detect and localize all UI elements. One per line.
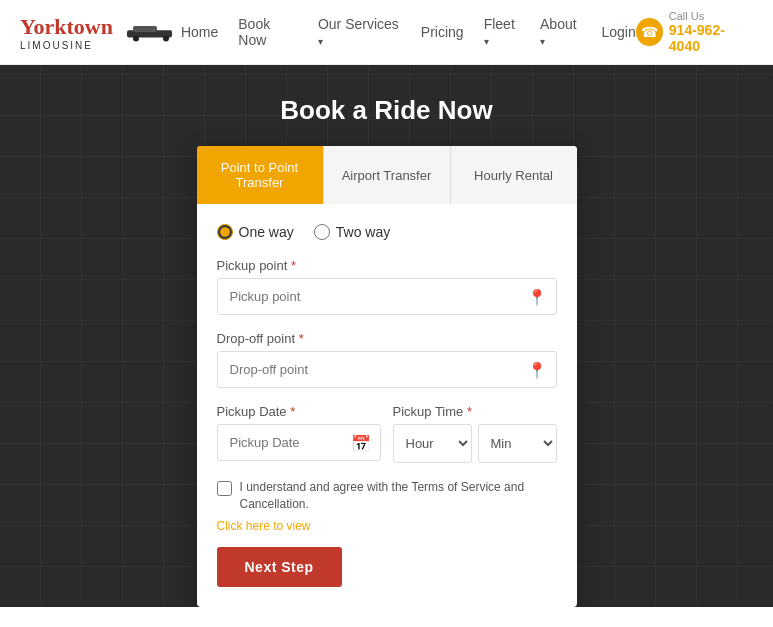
car-icon — [121, 22, 181, 42]
phone-icon: ☎ — [636, 18, 663, 46]
time-selects: Hour Min — [393, 424, 557, 463]
tab-airport-transfer[interactable]: Airport Transfer — [324, 146, 451, 204]
radio-two-way-text: Two way — [336, 224, 390, 240]
radio-one-way-label[interactable]: One way — [217, 224, 294, 240]
svg-point-3 — [163, 36, 169, 42]
dropoff-label: Drop-off point * — [217, 331, 557, 346]
nav-home[interactable]: Home — [181, 24, 218, 40]
pickup-input-wrapper: 📍 — [217, 278, 557, 315]
dropoff-group: Drop-off point * 📍 — [217, 331, 557, 388]
tab-point-to-point[interactable]: Point to Point Transfer — [197, 146, 324, 204]
calendar-icon: 📅 — [351, 433, 371, 452]
logo-york: Yorktown — [20, 14, 113, 39]
call-info: Call Us 914-962-4040 — [669, 10, 753, 54]
trip-type-group: One way Two way — [217, 224, 557, 240]
nav-login[interactable]: Login — [602, 24, 636, 40]
logo-text: Yorktown LIMOUSINE — [20, 14, 113, 51]
hero-section: Book a Ride Now Point to Point Transfer … — [0, 65, 773, 607]
radio-one-way-text: One way — [239, 224, 294, 240]
terms-text: I understand and agree with the Terms of… — [240, 479, 557, 513]
hero-content: Book a Ride Now Point to Point Transfer … — [0, 95, 773, 607]
nav-fleet[interactable]: Fleet — [484, 16, 520, 48]
header: Yorktown LIMOUSINE Home Book Now Our Ser… — [0, 0, 773, 65]
call-area: ☎ Call Us 914-962-4040 — [636, 10, 753, 54]
nav-our-services[interactable]: Our Services — [318, 16, 401, 48]
page-title: Book a Ride Now — [280, 95, 492, 126]
pickup-required: * — [287, 258, 296, 273]
svg-point-2 — [133, 36, 139, 42]
hour-select[interactable]: Hour — [393, 424, 472, 463]
dropoff-location-icon: 📍 — [527, 360, 547, 379]
booking-tabs: Point to Point Transfer Airport Transfer… — [197, 146, 577, 204]
pickup-group: Pickup point * 📍 — [217, 258, 557, 315]
date-label: Pickup Date * — [217, 404, 381, 419]
radio-two-way-label[interactable]: Two way — [314, 224, 390, 240]
time-group: Pickup Time * Hour Min — [393, 404, 557, 463]
date-required: * — [287, 404, 296, 419]
call-number: 914-962-4040 — [669, 22, 753, 54]
nav-about[interactable]: About — [540, 16, 581, 48]
terms-row: I understand and agree with the Terms of… — [217, 479, 557, 513]
radio-two-way[interactable] — [314, 224, 330, 240]
dropoff-input[interactable] — [217, 351, 557, 388]
pickup-input[interactable] — [217, 278, 557, 315]
date-input-wrapper: 📅 — [217, 424, 381, 461]
form-body: One way Two way Pickup point * 📍 — [197, 204, 577, 607]
pickup-label: Pickup point * — [217, 258, 557, 273]
date-group: Pickup Date * 📅 — [217, 404, 381, 463]
terms-checkbox[interactable] — [217, 481, 232, 496]
logo-area: Yorktown LIMOUSINE — [20, 14, 181, 51]
svg-rect-1 — [133, 26, 157, 32]
radio-one-way[interactable] — [217, 224, 233, 240]
dropoff-input-wrapper: 📍 — [217, 351, 557, 388]
nav-pricing[interactable]: Pricing — [421, 24, 464, 40]
click-view-link[interactable]: Click here to view — [217, 519, 557, 533]
main-nav: Home Book Now Our Services Pricing Fleet… — [181, 16, 636, 48]
booking-card: Point to Point Transfer Airport Transfer… — [197, 146, 577, 607]
next-step-button[interactable]: Next Step — [217, 547, 342, 587]
logo-limousine: LIMOUSINE — [20, 40, 113, 51]
time-required: * — [463, 404, 472, 419]
datetime-row: Pickup Date * 📅 Pickup Time * — [217, 404, 557, 479]
tab-hourly-rental[interactable]: Hourly Rental — [451, 146, 577, 204]
call-label: Call Us — [669, 10, 753, 22]
time-label: Pickup Time * — [393, 404, 557, 419]
min-select[interactable]: Min — [478, 424, 557, 463]
dropoff-required: * — [295, 331, 304, 346]
location-icon: 📍 — [527, 287, 547, 306]
nav-book-now[interactable]: Book Now — [238, 16, 298, 48]
